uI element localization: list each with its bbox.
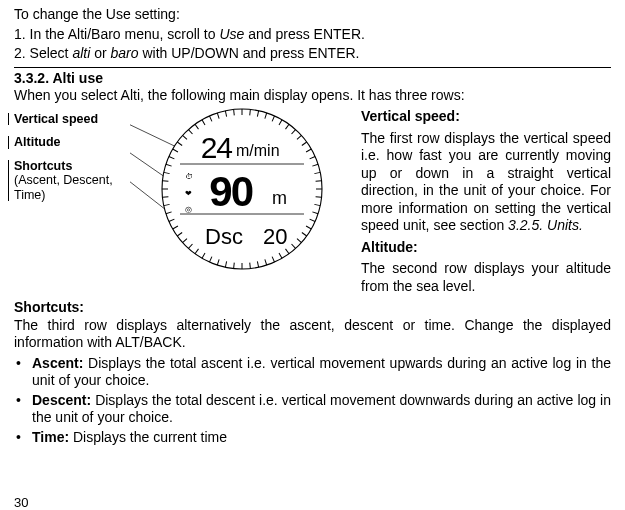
label-bar-icon [8,136,9,148]
svg-line-18 [316,181,322,182]
bullet-list: Ascent: Displays the total ascent i.e. v… [14,355,611,447]
intro-line-1: To change the Use setting: [14,6,611,24]
section-heading: 3.3.2. Alti use [14,67,611,86]
bullet-ascent: Ascent: Displays the total ascent i.e. v… [14,355,611,390]
step2-alti-italic: alti [72,45,90,61]
label-shortcuts-text: Shortcuts [14,159,72,173]
step1-use-italic: Use [219,26,244,42]
label-vertical-speed: Vertical speed [14,112,124,126]
step2-text-a: 2. Select [14,45,72,61]
label-shortcuts-sub: (Ascent, Descent, Time) [14,173,113,201]
svg-text:◎: ◎ [185,205,192,214]
watch-row3-label: Dsc [205,224,243,249]
svg-line-63 [234,109,235,115]
intro-step-2: 2. Select alti or baro with UP/DOWN and … [14,45,611,63]
section-subtitle: When you select Alti, the following main… [14,87,611,105]
step1-text-a: 1. In the Alti/Baro menu, scroll to [14,26,219,42]
page-number: 30 [14,495,28,510]
bullet-time-body: Displays the current time [69,429,227,445]
intro-step-1: 1. In the Alti/Baro menu, scroll to Use … [14,26,611,44]
step1-text-b: and press ENTER. [244,26,365,42]
label-bar-icon [8,113,9,125]
diagram-row: Vertical speed Altitude Shortcuts (Ascen… [14,108,611,299]
right-description-column: Vertical speed: The first row displays t… [361,108,611,299]
svg-line-48 [162,197,168,198]
svg-text:⏱: ⏱ [185,172,193,181]
bullet-time-term: Time: [32,429,69,445]
bullet-descent-body: Displays the total descent i.e. vertical… [32,392,611,426]
bullet-ascent-body: Displays the total ascent i.e. vertical … [32,355,611,389]
vspeed-body: The first row displays the vertical spee… [361,130,611,235]
watch-row3-value: 20 [263,224,287,249]
watch-row1-unit: m/min [236,142,280,159]
bullet-descent-term: Descent: [32,392,91,408]
step2-or: or [90,45,110,61]
bullet-descent: Descent: Displays the total descent i.e.… [14,392,611,427]
shortcuts-section: Shortcuts: The third row displays altern… [14,299,611,446]
step2-baro-italic: baro [111,45,139,61]
vspeed-ref-italic: 3.2.5. Units. [508,217,583,233]
label-altitude-text: Altitude [14,135,61,149]
label-shortcuts: Shortcuts (Ascent, Descent, Time) [14,159,124,202]
label-altitude: Altitude [14,135,124,149]
label-bar-icon [8,160,9,201]
vspeed-heading: Vertical speed: [361,108,460,124]
svg-line-20 [316,197,322,198]
altitude-body: The second row displays your altitude fr… [361,260,611,295]
shortcuts-body: The third row displays alternatively the… [14,317,611,352]
watch-diagram: ⏱ ❤ ◎ 24 m/min 90 m Dsc 20 [130,108,355,278]
svg-line-5 [250,109,251,115]
watch-svg: ⏱ ❤ ◎ 24 m/min 90 m Dsc 20 [130,104,355,279]
svg-line-50 [162,181,168,182]
watch-row2-unit: m [272,188,287,208]
altitude-heading: Altitude: [361,239,418,255]
watch-row1-value: 24 [201,131,233,164]
svg-text:❤: ❤ [185,189,192,198]
step2-text-b: with UP/DOWN and press ENTER. [139,45,360,61]
shortcuts-heading: Shortcuts: [14,299,611,317]
document-page: To change the Use setting: 1. In the Alt… [0,0,625,510]
bullet-ascent-term: Ascent: [32,355,83,371]
bullet-time: Time: Displays the current time [14,429,611,447]
svg-line-33 [250,263,251,269]
svg-line-35 [234,263,235,269]
labels-column: Vertical speed Altitude Shortcuts (Ascen… [14,108,124,299]
label-vspeed-text: Vertical speed [14,112,98,126]
watch-row2-value: 90 [209,168,252,215]
